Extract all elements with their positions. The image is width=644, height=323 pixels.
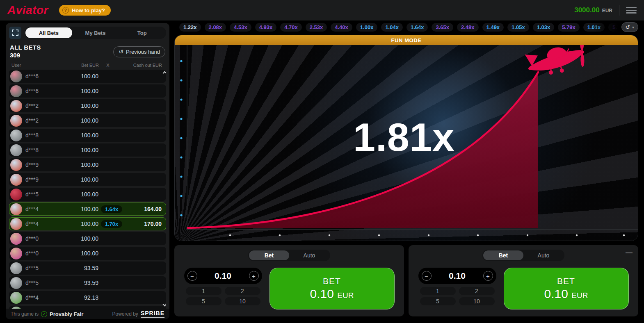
row-multiplier: 1.70x xyxy=(98,220,125,228)
row-username: d***0 xyxy=(25,235,63,242)
history-chip[interactable]: 4.93x xyxy=(255,23,277,32)
avatar xyxy=(10,277,22,289)
decrease-button[interactable]: − xyxy=(422,271,432,281)
round-history-button[interactable]: ↺ ▾ xyxy=(621,22,638,32)
history-chip[interactable]: 2.08x xyxy=(205,23,226,32)
scroll-down-icon[interactable] xyxy=(163,303,166,307)
avatar xyxy=(10,71,22,82)
quick-bet-2[interactable]: 2 xyxy=(459,287,495,295)
row-bet-amount: 100.00 xyxy=(63,162,98,168)
col-cashout: Cash out EUR xyxy=(117,63,162,68)
history-chip[interactable]: 3.65x xyxy=(432,23,453,32)
history-chip[interactable]: 1.22x xyxy=(179,23,201,32)
remove-panel-button[interactable]: — xyxy=(626,249,633,256)
history-chip[interactable]: 4.53x xyxy=(230,23,251,32)
avatar xyxy=(10,100,22,112)
bet-button-2[interactable]: BET 0.10 EUR xyxy=(504,268,629,309)
table-row: d***2 100.00 xyxy=(9,99,166,112)
tab-my-bets[interactable]: My Bets xyxy=(72,27,119,38)
history-chip[interactable]: 1.04x xyxy=(381,23,403,32)
bet-amount-value[interactable]: 0.10 xyxy=(197,271,249,281)
fun-mode-banner: FUN MODE xyxy=(175,35,638,45)
table-header: User Bet EUR X Cash out EUR xyxy=(9,62,166,70)
avatar xyxy=(10,174,22,186)
history-chip[interactable]: 1.00x xyxy=(356,23,378,32)
tab-top[interactable]: Top xyxy=(119,27,165,38)
bet-panel-1: Bet Auto − 0.10 + 12510 BET 0.10 EUR xyxy=(174,245,404,316)
avatar xyxy=(10,159,22,171)
row-bet-amount: 100.00 xyxy=(63,102,98,109)
row-username: d***4 xyxy=(25,221,63,227)
scroll-up-icon[interactable] xyxy=(163,71,166,75)
bet-button-1[interactable]: BET 0.10 EUR xyxy=(269,268,395,309)
history-list: 1.22x2.08x4.53x4.93x4.70x2.53x4.40x1.00x… xyxy=(174,21,638,33)
history-icon: ↺ xyxy=(626,24,630,30)
row-username: d***6 xyxy=(25,73,63,80)
history-chip[interactable]: 1.03x xyxy=(533,23,555,32)
bets-tab-group: All Bets My Bets Top xyxy=(25,27,166,39)
table-row: d***4 100.00 1.64x 164.00 xyxy=(9,202,166,216)
table-row: d***5 93.59 xyxy=(9,262,166,275)
avatar xyxy=(10,85,22,97)
avatar xyxy=(10,203,22,215)
quick-bet-chips-1: 12510 xyxy=(184,287,262,305)
tab-auto[interactable]: Auto xyxy=(523,250,564,260)
history-chip[interactable]: 2.48x xyxy=(457,23,479,32)
tab-bet[interactable]: Bet xyxy=(483,250,523,260)
current-multiplier: 1.81x xyxy=(353,114,455,160)
question-icon: ? xyxy=(62,7,69,14)
col-x: X xyxy=(99,63,117,68)
top-bar: Aviator ? How to play? 3000.00 EUR xyxy=(0,0,644,20)
table-row: d***6 100.00 xyxy=(9,70,166,83)
expand-icon[interactable] xyxy=(9,27,21,39)
history-chip[interactable]: 1.05x xyxy=(507,23,529,32)
spribe-logo[interactable]: SPRIBE xyxy=(141,310,164,317)
history-chip[interactable]: 2.53x xyxy=(306,23,327,32)
tab-auto[interactable]: Auto xyxy=(289,250,329,260)
table-row: d***6 100.00 xyxy=(9,84,166,98)
row-username: d***8 xyxy=(25,147,63,153)
quick-bet-10[interactable]: 10 xyxy=(459,297,495,305)
avatar xyxy=(10,262,22,274)
bet-panel-2: — Bet Auto − 0.10 + 12510 BET 0.10 EUR xyxy=(409,245,638,316)
table-row: d***2 100.00 xyxy=(9,114,166,127)
all-bets-count: 309 xyxy=(10,52,41,59)
quick-bet-10[interactable]: 10 xyxy=(225,297,260,305)
provably-fair-icon: ✓ xyxy=(41,311,47,317)
history-chip[interactable]: 5.79x xyxy=(558,23,580,32)
previous-hand-button[interactable]: ↺ Previous hand xyxy=(113,46,165,57)
bets-sidebar: All Bets My Bets Top ALL BETS 309 ↺ Prev… xyxy=(6,23,169,319)
avatar xyxy=(10,189,22,200)
row-username: d***9 xyxy=(25,162,63,168)
row-bet-amount: 100.00 xyxy=(63,88,98,94)
avatar xyxy=(10,307,22,309)
how-to-play-button[interactable]: ? How to play? xyxy=(59,5,111,16)
history-chip[interactable]: 4.40x xyxy=(331,23,352,32)
decrease-button[interactable]: − xyxy=(187,271,197,281)
bet-auto-toggle-2: Bet Auto xyxy=(482,250,564,261)
balance: 3000.00 EUR xyxy=(574,6,612,14)
row-bet-amount: 93.59 xyxy=(63,265,98,271)
history-chip[interactable]: 1.64x xyxy=(406,23,428,32)
history-chip[interactable]: 4.70x xyxy=(280,23,302,32)
increase-button[interactable]: + xyxy=(249,271,259,281)
history-chip[interactable]: 1.49x xyxy=(482,23,504,32)
table-row: d***0 100.00 xyxy=(9,232,166,245)
quick-bet-1[interactable]: 1 xyxy=(420,287,456,295)
row-bet-amount: 100.00 xyxy=(63,176,98,183)
tab-all-bets[interactable]: All Bets xyxy=(25,27,72,38)
increase-button[interactable]: + xyxy=(483,271,493,281)
col-user: User xyxy=(11,63,59,68)
divider xyxy=(619,5,619,16)
quick-bet-2[interactable]: 2 xyxy=(225,287,260,295)
quick-bet-5[interactable]: 5 xyxy=(420,297,456,305)
table-row: d***4 92.13 xyxy=(9,291,166,304)
quick-bet-5[interactable]: 5 xyxy=(186,297,222,305)
provably-fair-label[interactable]: Provably Fair xyxy=(50,311,83,317)
row-username: d***4 xyxy=(25,294,63,301)
menu-icon[interactable] xyxy=(626,6,637,14)
bet-amount-value[interactable]: 0.10 xyxy=(432,271,483,281)
aviator-logo: Aviator xyxy=(7,4,48,17)
tab-bet[interactable]: Bet xyxy=(249,250,289,260)
quick-bet-1[interactable]: 1 xyxy=(186,287,222,295)
